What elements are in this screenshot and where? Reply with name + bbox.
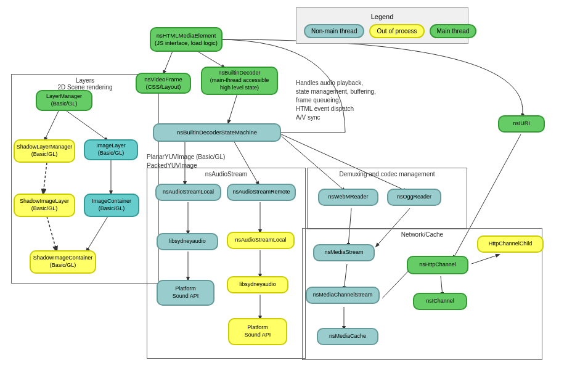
nsBuiltinDecoder-node: nsBuiltinDecoder(main-thread accessibleh…	[201, 67, 278, 95]
platform-sound-blue-node: PlatformSound API	[157, 280, 214, 306]
nsMediaStream-node: nsMediaStream	[313, 244, 375, 261]
nsMediaCache-node: nsMediaCache	[317, 328, 378, 345]
libsydneyaudio-yellow-node: libsydneyaudio	[227, 276, 288, 293]
nsBuiltinDecoderStateMachine-node: nsBuiltinDecoderStateMachine	[153, 123, 281, 142]
nsMediaChannelStream-node: nsMediaChannelStream	[306, 287, 380, 304]
HttpChannelChild-node: HttpChannelChild	[477, 235, 544, 253]
platform-sound-yellow-node: PlatformSound API	[228, 318, 287, 345]
ShadowImageLayer-node: ShadowImageLayer(Basic/GL)	[14, 194, 75, 217]
ImageLayer-node: ImageLayer(Basic/GL)	[84, 139, 138, 160]
nsIURI-node: nsIURI	[498, 115, 545, 133]
legend-title: Legend	[304, 13, 460, 20]
nsAudioStreamLocal-yellow-node: nsAudioStreamLocal	[227, 232, 295, 249]
svg-line-1	[197, 51, 225, 68]
ShadowLayerManager-node: ShadowLayerManager(Basic/GL)	[14, 139, 75, 163]
legend-out-of-process: Out of process	[369, 24, 424, 38]
nsVideoFrame-node: nsVideoFrame(CSS/Layout)	[136, 73, 191, 94]
nsHttpChannel-node: nsHttpChannel	[407, 256, 468, 274]
libsydneyaudio-blue-node: libsydneyaudio	[157, 233, 218, 250]
legend-main-thread: Main thread	[430, 24, 477, 38]
layers-box-label: Layers2D Scene rendering	[58, 77, 113, 91]
nsHTMLMediaElement-node: nsHTMLMediaElement (JS interface, load l…	[150, 27, 223, 52]
nsIChannel-node: nsIChannel	[413, 293, 467, 310]
nsOggReader-node: nsOggReader	[387, 189, 441, 206]
nsAudioStreamRemote-node: nsAudioStreamRemote	[227, 184, 296, 201]
nsWebMReader-node: nsWebMReader	[318, 189, 378, 206]
diagram-container: Legend Non-main thread Out of process Ma…	[0, 0, 588, 368]
network-cache-box-label: Network/Cache	[401, 231, 443, 238]
nsAudioStreamLocal-blue-node: nsAudioStreamLocal	[155, 184, 221, 201]
svg-line-0	[163, 51, 173, 74]
demuxing-box-label: Demuxing and codec management	[339, 171, 435, 178]
annotation-text: Handles audio playback,state management,…	[296, 79, 376, 122]
legend: Legend Non-main thread Out of process Ma…	[296, 7, 468, 44]
legend-items: Non-main thread Out of process Main thre…	[304, 24, 460, 38]
ImageContainer-node: ImageContainer(Basic/GL)	[84, 194, 139, 217]
planar-yuv-text: PlanarYUVImage (Basic/GL)PackedYUVImage	[147, 153, 225, 170]
ShadowImageContainer-node: ShadowImageContainer(Basic/GL)	[30, 250, 96, 274]
nsaudiostream-box-label: nsAudioStream	[205, 171, 247, 178]
LayerManager-node: LayerManager(Basic/GL)	[36, 90, 92, 111]
svg-line-2	[228, 94, 237, 123]
legend-non-main-thread: Non-main thread	[304, 24, 364, 38]
